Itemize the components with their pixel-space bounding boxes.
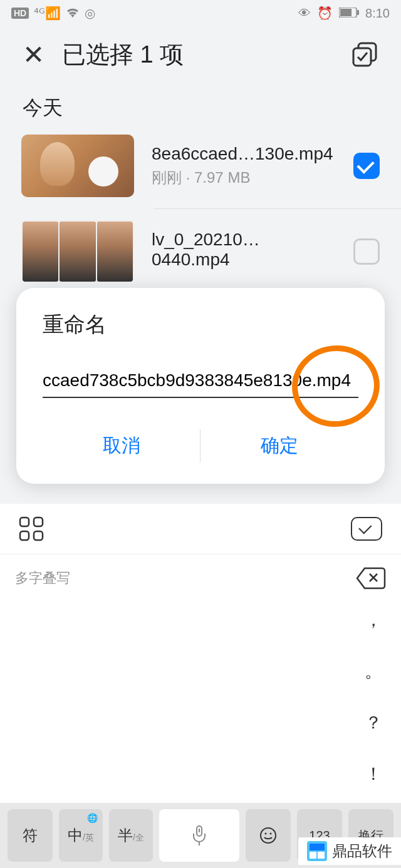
key-emoji[interactable] xyxy=(246,809,291,862)
file-row[interactable]: 8ea6ccaed…130e.mp4 刚刚 · 7.97 MB xyxy=(0,128,401,203)
file-name: 8ea6ccaed…130e.mp4 xyxy=(152,144,336,164)
confirm-button[interactable]: 确定 xyxy=(200,421,358,471)
key-width[interactable]: 半/全 xyxy=(109,809,153,862)
hd-badge: HD xyxy=(11,8,29,19)
battery-icon xyxy=(339,6,359,21)
svg-point-13 xyxy=(270,833,272,835)
key-space[interactable] xyxy=(159,809,239,862)
checkbox-unchecked[interactable] xyxy=(353,238,380,265)
wifi-icon xyxy=(66,6,80,21)
svg-rect-6 xyxy=(34,518,43,526)
svg-rect-5 xyxy=(20,518,29,526)
key-period[interactable]: 。 xyxy=(365,660,382,683)
video-thumbnail xyxy=(21,135,134,197)
handwriting-hint: 多字叠写 xyxy=(15,569,70,588)
checkbox-checked[interactable] xyxy=(353,153,380,179)
status-bar: HD ⁴ᴳ📶 ◎ 👁 ⏰ 8:10 xyxy=(0,0,401,26)
keyboard-menu-icon[interactable] xyxy=(19,516,44,541)
svg-rect-7 xyxy=(20,531,29,540)
key-comma[interactable]: ， xyxy=(365,608,382,632)
handwriting-area[interactable]: ， 。 ？ ！ xyxy=(0,602,401,803)
close-icon[interactable]: ✕ xyxy=(23,39,44,70)
key-question[interactable]: ？ xyxy=(365,711,382,735)
file-meta: 刚刚 · 7.97 MB xyxy=(152,168,336,188)
svg-point-11 xyxy=(261,828,276,843)
section-today: 今天 xyxy=(0,83,401,128)
backspace-icon[interactable] xyxy=(356,567,386,590)
svg-rect-8 xyxy=(34,531,43,540)
dialog-title: 重命名 xyxy=(43,310,358,339)
watermark: 鼎品软件 xyxy=(298,837,401,865)
eye-icon: 👁 xyxy=(298,6,311,21)
key-symbol[interactable]: 符 xyxy=(8,809,53,862)
file-row[interactable]: lv_0_20210…0440.mp4 xyxy=(0,214,401,289)
selection-header: ✕ 已选择 1 项 xyxy=(0,26,401,83)
rename-input[interactable] xyxy=(43,364,358,398)
file-name: lv_0_20210…0440.mp4 xyxy=(152,230,336,270)
alarm-icon: ⏰ xyxy=(317,6,333,21)
cancel-button[interactable]: 取消 xyxy=(43,421,200,471)
nfc-icon: ◎ xyxy=(85,6,95,21)
header-title: 已选择 1 项 xyxy=(62,39,184,71)
divider xyxy=(154,208,401,209)
svg-rect-1 xyxy=(340,9,352,16)
watermark-icon xyxy=(307,841,327,861)
select-all-icon[interactable] xyxy=(352,42,378,68)
svg-rect-2 xyxy=(357,10,359,15)
video-thumbnail xyxy=(21,220,134,283)
rename-dialog: 重命名 取消 确定 xyxy=(16,288,385,484)
dialog-overlay: 重命名 取消 确定 多字叠写 ， 。 ？ ！ xyxy=(0,288,401,868)
svg-point-12 xyxy=(265,833,267,835)
svg-rect-4 xyxy=(353,48,371,66)
key-exclaim[interactable]: ！ xyxy=(365,762,382,786)
clock-time: 8:10 xyxy=(365,6,390,21)
keyboard: 多字叠写 ， 。 ？ ！ 符 🌐中/英 半/全 123 换行 xyxy=(0,504,401,868)
keyboard-collapse-icon[interactable] xyxy=(351,517,382,541)
key-lang[interactable]: 🌐中/英 xyxy=(59,809,103,862)
signal-icon: ⁴ᴳ📶 xyxy=(34,6,61,21)
